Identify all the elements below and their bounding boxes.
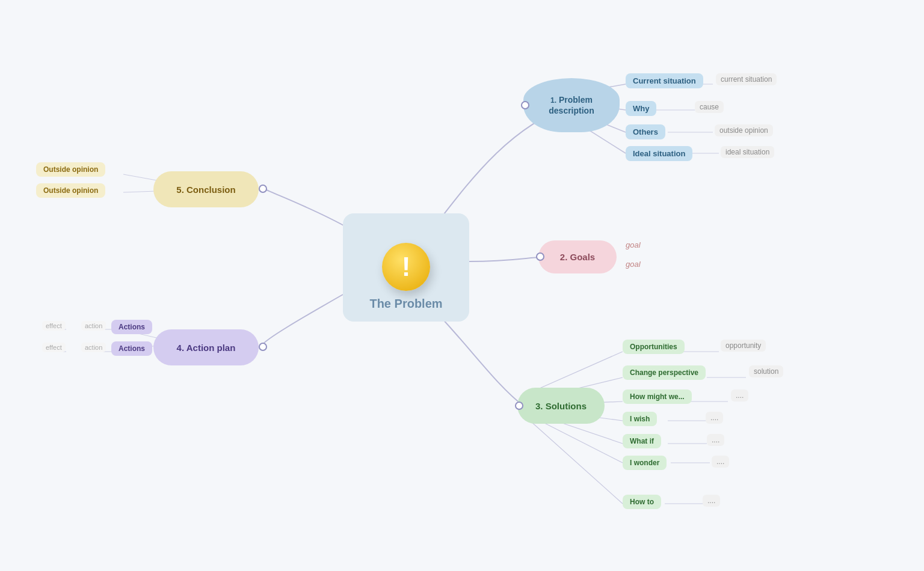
solutions-label: 3. Solutions (535, 401, 587, 411)
leaf-current-situation: current situation (716, 73, 777, 85)
solutions-node[interactable]: 3. Solutions (517, 388, 605, 424)
sub-how-might-we[interactable]: How might we... (623, 389, 692, 404)
sub-i-wonder[interactable]: I wonder (623, 456, 667, 470)
goal-item-1: goal (626, 240, 641, 249)
action-text-2: action (81, 343, 106, 352)
effect-text-1: effect (42, 321, 66, 331)
sub-what-if[interactable]: What if (623, 434, 661, 448)
problem-conn-dot (521, 101, 529, 109)
conclusion-item-1[interactable]: Outside opinion (36, 162, 105, 177)
svg-line-16 (523, 415, 623, 504)
leaf-cause: cause (695, 101, 724, 113)
sub-why[interactable]: Why (626, 101, 656, 116)
sub-ideal-situation[interactable]: Ideal situation (626, 146, 692, 161)
leaf-outside-opinion: outside opinion (715, 124, 773, 136)
center-node[interactable]: ! The Problem (343, 213, 469, 322)
svg-line-31 (123, 191, 156, 192)
problem-label: 1. Problemdescription (549, 94, 594, 117)
effect-text-2: effect (42, 343, 66, 352)
leaf-how-might-we: .... (731, 389, 748, 402)
conclusion-conn-dot (259, 185, 267, 193)
sub-change-perspective[interactable]: Change perspective (623, 365, 706, 380)
leaf-how-to: .... (703, 495, 720, 507)
leaf-i-wish: .... (706, 412, 723, 424)
center-label: The Problem (369, 297, 442, 311)
action-text-1: action (81, 321, 106, 331)
problem-node[interactable]: 1. Problemdescription (523, 78, 620, 132)
svg-line-30 (123, 174, 156, 180)
goal-item-2: goal (626, 260, 641, 269)
sub-i-wish[interactable]: I wish (623, 412, 657, 426)
mindmap-canvas: ! The Problem 1. Problemdescription Curr… (0, 0, 924, 571)
sub-how-to[interactable]: How to (623, 495, 661, 509)
actions-node-1[interactable]: Actions (111, 320, 152, 334)
solutions-conn-dot (515, 402, 523, 410)
leaf-what-if: .... (707, 434, 724, 446)
goals-node[interactable]: 2. Goals (538, 240, 617, 273)
sub-others[interactable]: Others (626, 124, 665, 139)
sub-current-situation[interactable]: Current situation (626, 73, 703, 88)
leaf-ideal-situation: ideal situation (721, 146, 774, 158)
conclusion-node[interactable]: 5. Conclusion (153, 171, 259, 207)
goals-conn-dot (536, 252, 544, 261)
actionplan-node[interactable]: 4. Action plan (153, 329, 259, 365)
leaf-solution: solution (749, 365, 783, 377)
actionplan-label: 4. Action plan (177, 343, 236, 353)
actions-node-2[interactable]: Actions (111, 341, 152, 356)
conclusion-item-2[interactable]: Outside opinion (36, 183, 105, 198)
exclamation-icon: ! (382, 243, 430, 291)
leaf-opportunity: opportunity (721, 340, 766, 352)
conclusion-label: 5. Conclusion (176, 185, 235, 195)
sub-opportunities[interactable]: Opportunities (623, 340, 685, 354)
goals-label: 2. Goals (560, 252, 595, 262)
actionplan-conn-dot (259, 343, 267, 351)
leaf-i-wonder: .... (712, 456, 729, 468)
